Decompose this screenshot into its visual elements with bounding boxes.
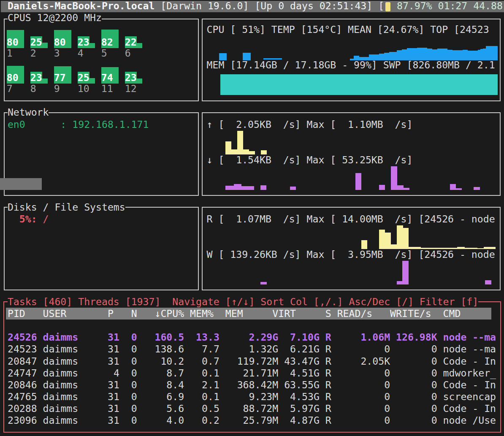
cpu-core-bar-tail (66, 30, 72, 48)
process-row[interactable]: 24523 daimms 31 0 138.6 7.7 1.32G 6.21G … (2, 343, 498, 355)
cpu-core-index: 10 (78, 83, 89, 95)
system-info: [Darwin 19.6.0] [Up 0 days 02:51:43] [ (154, 0, 384, 11)
disk-read-line: R [ 1.07MB /s] Max [ 14.00MB /s] [24526 … (207, 213, 495, 225)
cpu-core-pct: 74 (101, 72, 113, 84)
cpu-core-bar-tail (19, 30, 24, 48)
terminal-screen: Daniels-MacBook-Pro.local [Darwin 19.6.0… (0, 0, 504, 436)
tasks-table-header: PID USER P N ↓CPU% MEM% MEM VIRT S READ/… (6, 308, 491, 320)
mem-usage-bar (220, 74, 498, 95)
cpu-core-index: 4 (78, 47, 84, 59)
net-upload-line: ↑ [ 2.05KB /s] Max [ 1.10MB /s] (207, 119, 413, 130)
cpu-core-bar-tail (137, 43, 143, 48)
cpu-core-pct: 23 (30, 72, 42, 84)
disk-usage-path: / (37, 213, 49, 225)
tasks-header-row: PID USER P N ↓CPU% MEM% MEM VIRT S READ/… (2, 308, 461, 320)
disk-read-chart (219, 224, 498, 249)
cpu-core-pct: 80 (7, 36, 19, 48)
cpu-core-pct: 80 (54, 36, 66, 48)
disks-panel-title: Disks / File Systems (8, 201, 125, 213)
cpu-core-index: 1 (7, 47, 13, 59)
battery-stats: 87.97% 01:27 44.88 (391, 0, 503, 11)
cpu-core-bar-tail (42, 79, 48, 84)
cpu-core-pct: 23 (125, 72, 137, 84)
cpu-core-index: 3 (54, 47, 60, 59)
network-panel-title: Network (8, 106, 49, 118)
cpu-core-index: 11 (101, 83, 113, 95)
cpu-history-chart (219, 43, 498, 60)
cpu-core-pct: 80 (7, 72, 19, 84)
cpu-core-index: 5 (101, 47, 107, 59)
process-row[interactable]: 24747 daimms 4 0 8.7 0.1 21.71M 4.51G R … (2, 367, 498, 379)
process-row[interactable]: 20288 daimms 31 0 5.6 0.5 88.72M 5.97G R… (2, 403, 498, 414)
disk-usage-pct: 5%: (8, 213, 37, 225)
cpu-core-pct: 23 (78, 36, 89, 48)
cpu-panel-title: CPUS 12@2200 MHz (8, 12, 102, 24)
cpu-core-bar-tail (137, 79, 143, 84)
process-row[interactable]: 20846 daimms 31 0 8.4 2.1 368.42M 63.55G… (2, 379, 498, 391)
network-interface-line: en0 : 192.168.1.171 (8, 119, 149, 130)
cpu-core-pct: 82 (101, 36, 113, 48)
process-row[interactable]: 20847 daimms 31 0 10.2 0.7 119.72M 43.47… (2, 355, 498, 367)
battery-icon (385, 2, 390, 11)
cpu-core-pct: 77 (54, 72, 66, 84)
cpu-core-bar-tail (42, 43, 48, 48)
net-upload-chart (219, 129, 498, 154)
cpu-core-index: 7 (7, 83, 13, 95)
cpu-core-bar-tail (89, 78, 95, 84)
process-row[interactable]: 24765 daimms 31 0 6.9 0.1 9.23M 4.53G R … (2, 391, 498, 403)
process-row[interactable]: 23096 daimms 31 0 4.0 0.2 25.79M 4.87G R… (2, 414, 498, 426)
net-download-line: ↓ [ 1.54KB /s] Max [ 53.25KB /s] (207, 154, 413, 166)
cpu-core-bar-tail (89, 43, 95, 48)
cpu-core-bar-tail (113, 30, 119, 48)
cpu-core-index: 6 (125, 47, 131, 59)
net-download-chart (219, 165, 498, 190)
process-row[interactable]: 24526 daimms 31 0 160.5 13.3 2.29G 7.10G… (2, 331, 498, 343)
cpu-core-bar-tail (19, 66, 24, 84)
cpu-core-index: 2 (30, 47, 36, 59)
cpu-summary-line: CPU [ 51%] TEMP [154°C] MEAN [24.67%] TO… (207, 24, 489, 35)
cpu-core-bar-tail (113, 67, 119, 84)
mem-summary-line: MEM [17.14GB / 17.18GB - 99%] SWP [826.8… (207, 59, 495, 71)
cpu-core-index: 8 (30, 83, 36, 95)
cpu-core-pct: 25 (78, 72, 89, 84)
hostname: Daniels-MacBook-Pro.local (8, 0, 155, 11)
disk-usage-line: 5%: / (8, 213, 49, 225)
disk-write-chart (219, 259, 498, 284)
tasks-panel-title: Tasks [460] Threads [1937] Navigate [↑/↓… (8, 296, 478, 308)
cpu-core-bar-tail (66, 66, 72, 84)
cpu-core-pct: 25 (30, 36, 42, 48)
cpu-core-index: 9 (54, 83, 60, 95)
cpu-core-pct: 22 (125, 36, 137, 48)
selection-highlight (0, 178, 42, 190)
cpu-core-index: 12 (125, 83, 137, 95)
status-bar: Daniels-MacBook-Pro.local [Darwin 19.6.0… (0, 0, 504, 12)
disk-write-line: W [ 139.26KB /s] Max [ 3.95MB /s] [24526… (207, 249, 495, 260)
